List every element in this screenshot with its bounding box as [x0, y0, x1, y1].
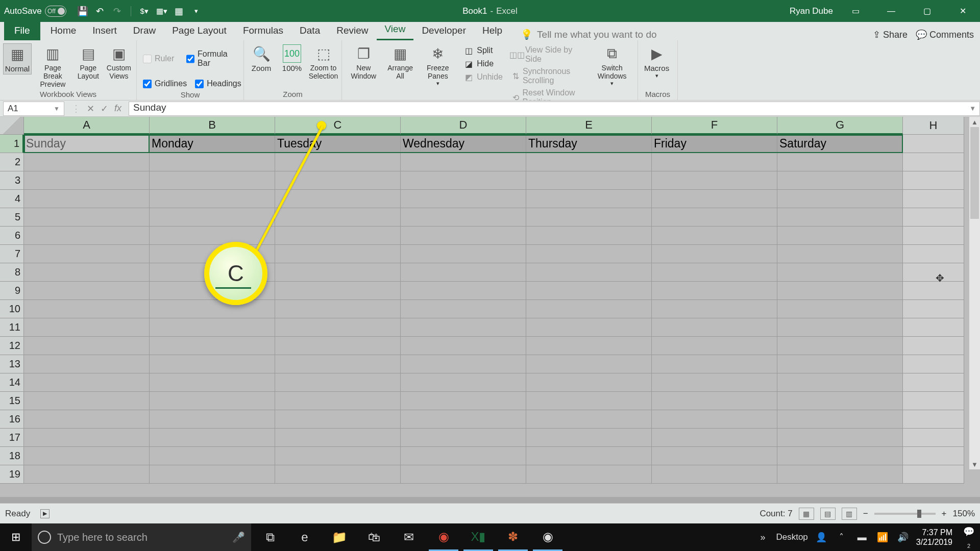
gridlines-checkbox[interactable]: Gridlines: [142, 77, 188, 90]
expand-formula-icon[interactable]: ▼: [969, 105, 976, 112]
cell[interactable]: [24, 300, 150, 318]
cell[interactable]: [24, 227, 150, 245]
column-header[interactable]: H: [903, 117, 964, 135]
cell[interactable]: [777, 429, 903, 447]
tab-review[interactable]: Review: [328, 21, 376, 40]
column-headers[interactable]: ABCDEFGH: [24, 117, 964, 135]
cell[interactable]: [903, 208, 964, 227]
cell[interactable]: [150, 465, 275, 484]
chrome-icon[interactable]: ◉: [533, 523, 562, 551]
cell[interactable]: [777, 282, 903, 300]
row-header[interactable]: 14: [0, 373, 24, 392]
cell[interactable]: [401, 373, 526, 392]
cell[interactable]: [526, 282, 652, 300]
macros-button[interactable]: ▶Macros▾: [641, 43, 672, 80]
store-icon[interactable]: 🛍: [359, 523, 389, 551]
row-header[interactable]: 13: [0, 355, 24, 373]
cell[interactable]: [275, 245, 401, 263]
cell[interactable]: [526, 263, 652, 282]
scroll-up-icon[interactable]: ▲: [969, 117, 980, 127]
cell[interactable]: [903, 429, 964, 447]
cell[interactable]: [652, 227, 777, 245]
headings-checkbox[interactable]: Headings: [194, 77, 242, 90]
cell[interactable]: [24, 465, 150, 484]
cell[interactable]: [526, 153, 652, 171]
scroll-down-icon[interactable]: ▼: [969, 459, 980, 469]
cell[interactable]: [401, 410, 526, 429]
cell[interactable]: [777, 410, 903, 429]
tab-data[interactable]: Data: [291, 21, 328, 40]
windows-taskbar[interactable]: ⊞ Type here to search 🎤 ⧉ e 📁 🛍 ✉ ◉ X▮ ✽…: [0, 523, 980, 551]
row-header[interactable]: 19: [0, 465, 24, 484]
column-header[interactable]: E: [526, 117, 652, 135]
cell[interactable]: [150, 410, 275, 429]
split-button[interactable]: ◫Split: [462, 44, 504, 57]
cell[interactable]: [401, 300, 526, 318]
enter-formula-icon[interactable]: ✓: [101, 103, 108, 114]
cell[interactable]: [150, 227, 275, 245]
cell[interactable]: [777, 318, 903, 337]
cell[interactable]: [401, 337, 526, 355]
cell[interactable]: Monday: [150, 135, 275, 153]
cell[interactable]: [526, 208, 652, 227]
vertical-scrollbar[interactable]: ▲ ▼: [969, 117, 980, 469]
cell[interactable]: [903, 171, 964, 190]
cell[interactable]: [275, 465, 401, 484]
cell[interactable]: [150, 171, 275, 190]
row-header[interactable]: 17: [0, 429, 24, 447]
chevron-down-icon[interactable]: ▼: [54, 105, 60, 112]
arrange-all-button[interactable]: ▦Arrange All: [384, 43, 416, 81]
cell[interactable]: [150, 337, 275, 355]
row-header[interactable]: 9: [0, 282, 24, 300]
tab-formulas[interactable]: Formulas: [235, 21, 291, 40]
cell[interactable]: [24, 263, 150, 282]
cell[interactable]: [24, 447, 150, 465]
cell[interactable]: [652, 373, 777, 392]
tell-me-search[interactable]: 💡 Tell me what you want to do: [521, 29, 656, 40]
start-button[interactable]: ⊞: [0, 531, 32, 544]
cell[interactable]: [150, 190, 275, 208]
cell[interactable]: [401, 171, 526, 190]
cell[interactable]: [275, 392, 401, 410]
cells[interactable]: SundayMondayTuesdayWednesdayThursdayFrid…: [24, 135, 964, 484]
cell[interactable]: [903, 318, 964, 337]
cell[interactable]: [652, 392, 777, 410]
cell[interactable]: [24, 373, 150, 392]
undo-icon[interactable]: ↶: [94, 5, 106, 17]
mail-icon[interactable]: ✉: [394, 523, 424, 551]
cell[interactable]: [777, 337, 903, 355]
currency-icon[interactable]: $▾: [138, 5, 151, 17]
cell[interactable]: [777, 465, 903, 484]
cell[interactable]: Sunday: [24, 135, 150, 153]
overflow-icon[interactable]: »: [755, 532, 770, 543]
cell[interactable]: [903, 337, 964, 355]
cell[interactable]: [401, 245, 526, 263]
row-headers[interactable]: 12345678910111213141516171819: [0, 135, 24, 484]
vivaldi-icon[interactable]: ◉: [429, 523, 458, 551]
cell[interactable]: [903, 300, 964, 318]
cell[interactable]: [526, 410, 652, 429]
cell[interactable]: [777, 227, 903, 245]
cell[interactable]: [275, 227, 401, 245]
cell[interactable]: [652, 355, 777, 373]
column-header[interactable]: C: [275, 117, 401, 135]
row-header[interactable]: 2: [0, 153, 24, 171]
cell[interactable]: [903, 392, 964, 410]
zoom-100-button[interactable]: 100100%: [278, 43, 306, 73]
cell[interactable]: [401, 263, 526, 282]
row-header[interactable]: 12: [0, 337, 24, 355]
cell[interactable]: [903, 263, 964, 282]
row-header[interactable]: 16: [0, 410, 24, 429]
slider-knob[interactable]: [917, 510, 921, 518]
cell[interactable]: [401, 392, 526, 410]
cell[interactable]: [903, 447, 964, 465]
cell[interactable]: [275, 355, 401, 373]
row-header[interactable]: 3: [0, 171, 24, 190]
cell[interactable]: [903, 190, 964, 208]
row-header[interactable]: 8: [0, 263, 24, 282]
tab-file[interactable]: File: [4, 21, 40, 40]
tab-insert[interactable]: Insert: [84, 21, 125, 40]
zoom-slider[interactable]: [874, 513, 936, 515]
save-icon[interactable]: 💾: [77, 5, 89, 17]
cell[interactable]: [526, 227, 652, 245]
